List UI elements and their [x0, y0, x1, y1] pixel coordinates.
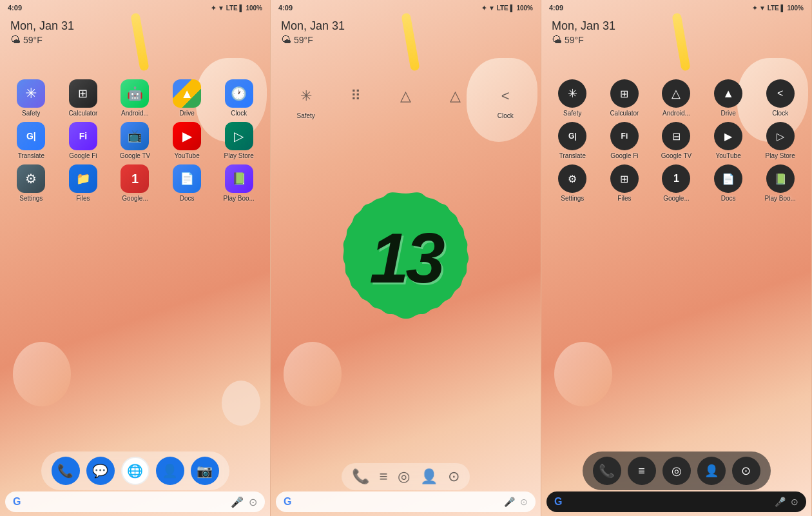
app-drive[interactable]: ▲ Drive: [162, 79, 212, 117]
icon-settings-dk: ⚙: [558, 164, 586, 193]
yt-icon: ▶: [182, 128, 192, 144]
dock-messages[interactable]: 💬: [86, 457, 115, 485]
dock-icon-chrome: 🌐: [121, 457, 150, 485]
dock-contacts-mid[interactable]: 👤: [420, 468, 438, 485]
playbooks-glyph-dk: 📗: [774, 173, 787, 185]
app-translate-dk[interactable]: G| Translate: [548, 122, 597, 159]
dock-contacts-dk[interactable]: 👤: [697, 457, 726, 485]
lens-icon-mid[interactable]: ⊙: [520, 497, 528, 507]
app-play-dk[interactable]: ▷ Play Store: [755, 122, 805, 159]
icon-files-dk: ⊞: [610, 164, 639, 193]
phone-glyph-dk: 📞: [599, 463, 615, 479]
app-one-dk[interactable]: 1 Google...: [652, 164, 701, 202]
dock-chrome-dk[interactable]: ◎: [662, 457, 691, 485]
app-safety-dk[interactable]: ✳ Safety: [548, 79, 597, 117]
tv-glyph-dk: ⊟: [672, 130, 681, 143]
lens-icon[interactable]: ⊙: [249, 496, 257, 508]
app-playbooks-dk[interactable]: 📗 Play Boo...: [755, 164, 805, 202]
app-youtube[interactable]: ▶ YouTube: [162, 122, 212, 159]
lens-icon-dk[interactable]: ⊙: [791, 497, 798, 507]
app-fi-dk[interactable]: Fi Google Fi: [600, 122, 650, 159]
app-drive-dk[interactable]: ▲ Drive: [704, 79, 753, 117]
app-fi[interactable]: Fi Google Fi: [59, 122, 108, 159]
icon-translate-dk: G|: [558, 122, 586, 150]
app-docs[interactable]: 📄 Docs: [162, 164, 212, 202]
label-yt-dk: YouTube: [715, 152, 740, 159]
dock-camera[interactable]: 📷: [191, 457, 219, 485]
label-android-dk: Android...: [662, 110, 690, 117]
dock-light: 📞 💬 🌐 👤 📷: [41, 452, 229, 490]
app-tri2-mid[interactable]: △: [441, 82, 470, 119]
dock-phone-dk[interactable]: 📞: [593, 457, 621, 485]
app-playbooks[interactable]: 📗 Play Boo...: [214, 164, 264, 202]
dock-contacts[interactable]: 👤: [156, 457, 184, 485]
mic-icon-mid[interactable]: 🎤: [504, 497, 515, 507]
mic-icon[interactable]: 🎤: [231, 496, 244, 508]
app-translate[interactable]: G| Translate: [6, 122, 56, 159]
tri1-sym: △: [400, 88, 411, 104]
yt-glyph-dk: ▶: [724, 130, 732, 143]
dock-camera-dk[interactable]: ⊙: [732, 457, 760, 485]
app-label-docs: Docs: [180, 195, 195, 202]
docs-icon: 📄: [180, 172, 194, 186]
dock-camera-mid[interactable]: ⊙: [448, 468, 459, 485]
status-time-dk: 4:09: [549, 4, 563, 12]
date-text-mid: Mon, Jan 31: [281, 19, 530, 33]
one-glyph-dk: 1: [673, 173, 679, 184]
lt-icon-mid: <: [491, 82, 519, 110]
app-docs-dk[interactable]: 📄 Docs: [704, 164, 753, 202]
app-clock[interactable]: 🕐 Clock: [214, 79, 264, 117]
app-icon-safety: ✳: [17, 79, 45, 108]
app-files[interactable]: 📁 Files: [59, 164, 108, 202]
contacts-icon: 👤: [162, 463, 178, 479]
icon-one-dk: 1: [662, 164, 690, 193]
dock-msg-mid[interactable]: ≡: [380, 468, 388, 485]
app-files-dk[interactable]: ⊞ Files: [600, 164, 650, 202]
label-safety-dk: Safety: [563, 110, 581, 117]
label-docs-dk: Docs: [721, 195, 736, 202]
app-playstore[interactable]: ▷ Play Store: [214, 122, 264, 159]
app-lt-mid[interactable]: < Clock: [491, 82, 519, 119]
app-safety-mid[interactable]: ✳ Safety: [292, 82, 320, 119]
icon-docs-dk: 📄: [714, 164, 742, 193]
app-grid-dark: ✳ Safety ⊞ Calculator △ Android... ▲ Dri…: [541, 69, 811, 207]
app-tri1-mid[interactable]: △: [391, 82, 420, 119]
app-settings[interactable]: ⚙ Settings: [6, 164, 56, 202]
dock-msg-dk[interactable]: ≡: [628, 457, 656, 485]
app-grid-light: ✳ Safety ⊞ Calculator 🤖 Android... ▲ Dri…: [0, 69, 270, 207]
dock-icon-phone-dk: 📞: [593, 457, 621, 485]
search-bar-mid[interactable]: G 🎤 ⊙: [276, 491, 536, 512]
search-bar-light[interactable]: G 🎤 ⊙: [5, 491, 265, 512]
app-settings-dk[interactable]: ⚙ Settings: [548, 164, 597, 202]
app-dots-mid[interactable]: ⠿: [342, 82, 370, 119]
app-google-one[interactable]: 1 Google...: [110, 164, 160, 202]
app-clock-dk[interactable]: < Clock: [755, 79, 805, 117]
translate-icon: G|: [26, 131, 36, 141]
app-calc-dk[interactable]: ⊞ Calculator: [600, 79, 650, 117]
app-tv[interactable]: 📺 Google TV: [110, 122, 160, 159]
app-yt-dk[interactable]: ▶ YouTube: [704, 122, 753, 159]
dock-chrome-mid[interactable]: ◎: [398, 468, 410, 485]
app-icon-docs: 📄: [173, 164, 201, 193]
safety-icon: ✳: [25, 85, 37, 102]
msg-glyph-dk: ≡: [638, 464, 645, 478]
app-safety[interactable]: ✳ Safety: [6, 79, 56, 117]
dock-chrome[interactable]: 🌐: [121, 457, 150, 485]
mic-icon-dk[interactable]: 🎤: [775, 497, 786, 507]
icon-playbooks-dk: 📗: [766, 164, 795, 193]
app-icon-yt: ▶: [173, 122, 201, 150]
app-tv-dk[interactable]: ⊟ Google TV: [652, 122, 701, 159]
one-icon: 1: [131, 172, 139, 186]
app-label-tv: Google TV: [120, 152, 151, 159]
dock-phone-mid[interactable]: 📞: [352, 468, 369, 485]
play-icon: ▷: [234, 128, 244, 144]
messages-icon: 💬: [92, 463, 108, 479]
search-bar-dark[interactable]: G 🎤 ⊙: [546, 491, 806, 512]
app-android[interactable]: 🤖 Android...: [110, 79, 160, 117]
app-label-drive: Drive: [179, 110, 194, 117]
android-13-badge: 13: [335, 187, 477, 329]
app-calculator[interactable]: ⊞ Calculator: [59, 79, 108, 117]
label-clock-dk: Clock: [772, 110, 788, 117]
app-android-dk[interactable]: △ Android...: [652, 79, 701, 117]
dock-phone[interactable]: 📞: [52, 457, 80, 485]
